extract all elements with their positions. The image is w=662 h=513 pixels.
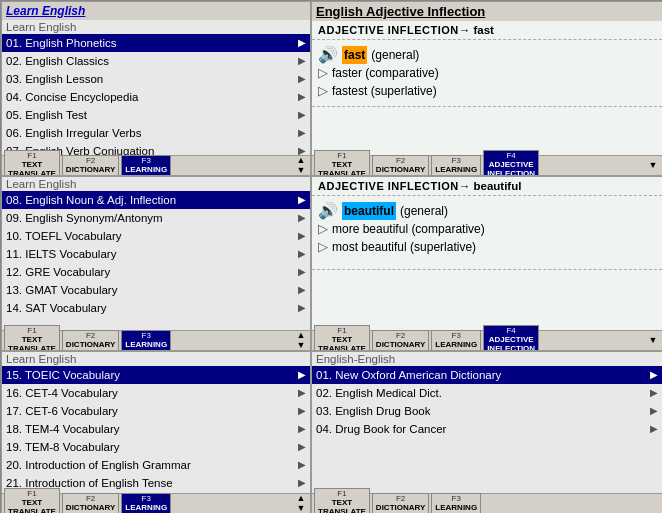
panel-top-left: Learn English Learn English 01. English … — [1, 1, 311, 176]
list-item[interactable]: 16. CET-4 Vocabulary ▶ — [2, 384, 310, 402]
adj-beautiful-spacer — [312, 270, 662, 331]
adj-item-superlative: ▷ fastest (superlative) — [318, 82, 656, 100]
f1-mr-btn[interactable]: F1TEXTTRANSLATE — [314, 325, 370, 351]
f3-mr-btn[interactable]: F3LEARNING — [431, 330, 481, 351]
panel-top-left-title: Learn English — [2, 2, 310, 20]
panel-mid-right: ADJECTIVE INFLECTION→ beautiful 🔊 beauti… — [311, 176, 662, 351]
f1-bl-btn[interactable]: F1TEXTTRANSLATE — [4, 488, 60, 513]
panel-bot-right: English-English 01. New Oxford American … — [311, 351, 662, 513]
panel-mid-left-list: 08. English Noun & Adj. Inflection ▶ 09.… — [2, 191, 310, 330]
panel-top-right: English Adjective Inflection ADJECTIVE I… — [311, 1, 662, 176]
f3-learning-btn[interactable]: F3LEARNING — [121, 155, 171, 176]
adj-beautiful-content: 🔊 beautiful (general) ▷ more beautiful (… — [312, 196, 662, 270]
f1-text-translate-btn[interactable]: F1TEXTTRANSLATE — [4, 150, 60, 176]
panel-mid-left-footer: F1TEXTTRANSLATE F2DICTIONARY F3LEARNING … — [2, 330, 310, 350]
list-item[interactable]: 10. TOEFL Vocabulary ▶ — [2, 227, 310, 245]
adj-beautiful-general: 🔊 beautiful (general) — [318, 202, 656, 220]
f1-br-btn[interactable]: F1TEXTTRANSLATE — [314, 488, 370, 513]
panel-bot-left-subtitle: Learn English — [2, 352, 310, 366]
list-item[interactable]: 05. English Test ▶ — [2, 106, 310, 124]
panel-bot-left: Learn English 15. TOEIC Vocabulary ▶ 16.… — [1, 351, 311, 513]
list-item[interactable]: 09. English Synonym/Antonym ▶ — [2, 209, 310, 227]
list-item[interactable]: 02. English Classics ▶ — [2, 52, 310, 70]
list-item[interactable]: 12. GRE Vocabulary ▶ — [2, 263, 310, 281]
f4-mr-btn[interactable]: F4ADJECTIVEINFLECTION — [483, 325, 539, 351]
list-item[interactable]: 04. Concise Encyclopedia ▶ — [2, 88, 310, 106]
adj-fast-content: 🔊 fast (general) ▷ faster (comparative) … — [312, 40, 662, 107]
panel-bot-right-list: 01. New Oxford American Dictionary ▶ 02.… — [312, 366, 662, 493]
panel-bot-right-subtitle: English-English — [312, 352, 662, 366]
list-item[interactable]: 14. SAT Vocabulary ▶ — [2, 299, 310, 317]
f3-btn-learn[interactable]: F3LEARNING — [431, 155, 481, 176]
f2-btn-dict[interactable]: F2DICTIONARY — [372, 155, 429, 176]
panel-top-right-title: English Adjective Inflection — [312, 2, 662, 21]
panel-top-left-list: 01. English Phonetics ▶ 02. English Clas… — [2, 34, 310, 155]
adj-item-general: 🔊 fast (general) — [318, 46, 656, 64]
f2-bl-btn[interactable]: F2DICTIONARY — [62, 493, 119, 513]
list-item[interactable]: 08. English Noun & Adj. Inflection ▶ — [2, 191, 310, 209]
scroll-arrows-tr: ▼ — [646, 161, 660, 170]
f4-btn-adj[interactable]: F4ADJECTIVEINFLECTION — [483, 150, 539, 176]
scroll-ml: ▲ ▼ — [294, 331, 308, 350]
adj-beautiful-superlative: ▷ most beautiful (superlative) — [318, 238, 656, 256]
scroll-mr: ▼ — [646, 336, 660, 345]
adj-fast-spacer — [312, 107, 662, 155]
list-item[interactable]: 13. GMAT Vocabulary ▶ — [2, 281, 310, 299]
f3-bl-btn[interactable]: F3LEARNING — [121, 493, 171, 513]
list-item[interactable]: 20. Introduction of English Grammar ▶ — [2, 456, 310, 474]
scroll-arrows: ▲ ▼ — [294, 156, 308, 175]
panel-bot-right-footer: F1TEXTTRANSLATE F2DICTIONARY F3LEARNING — [312, 493, 662, 513]
list-item[interactable]: 06. English Irregular Verbs ▶ — [2, 124, 310, 142]
list-item[interactable]: 01. English Phonetics ▶ — [2, 34, 310, 52]
f3-br-btn[interactable]: F3LEARNING — [431, 493, 481, 513]
f2-mr-btn[interactable]: F2DICTIONARY — [372, 330, 429, 351]
list-item[interactable]: 17. CET-6 Vocabulary ▶ — [2, 402, 310, 420]
panel-top-left-subtitle: Learn English — [2, 20, 310, 34]
panel-mid-left: Learn English 08. English Noun & Adj. In… — [1, 176, 311, 351]
f2-dictionary-btn[interactable]: F2DICTIONARY — [62, 155, 119, 176]
f3-ml-btn[interactable]: F3LEARNING — [121, 330, 171, 351]
list-item[interactable]: 15. TOEIC Vocabulary ▶ — [2, 366, 310, 384]
list-item[interactable]: 03. English Lesson ▶ — [2, 70, 310, 88]
panel-mid-right-footer: F1TEXTTRANSLATE F2DICTIONARY F3LEARNING … — [312, 330, 662, 350]
panel-top-right-footer: F1TEXTTRANSLATE F2DICTIONARY F3LEARNING … — [312, 155, 662, 175]
list-item[interactable]: 03. English Drug Book ▶ — [312, 402, 662, 420]
list-item[interactable]: 01. New Oxford American Dictionary ▶ — [312, 366, 662, 384]
list-item[interactable]: 04. Drug Book for Cancer ▶ — [312, 420, 662, 438]
list-item[interactable]: 18. TEM-4 Vocabulary ▶ — [2, 420, 310, 438]
adj-title-beautiful: ADJECTIVE INFLECTION→ beautiful — [312, 177, 662, 196]
list-item[interactable]: 11. IELTS Vocabulary ▶ — [2, 245, 310, 263]
f2-ml-btn[interactable]: F2DICTIONARY — [62, 330, 119, 351]
panel-bot-left-list: 15. TOEIC Vocabulary ▶ 16. CET-4 Vocabul… — [2, 366, 310, 493]
main-container: Learn English Learn English 01. English … — [0, 0, 662, 513]
panel-bot-left-footer: F1TEXTTRANSLATE F2DICTIONARY F3LEARNING … — [2, 493, 310, 513]
panel-mid-left-subtitle: Learn English — [2, 177, 310, 191]
panel-top-left-footer: F1TEXTTRANSLATE F2DICTIONARY F3LEARNING … — [2, 155, 310, 175]
adj-beautiful-comparative: ▷ more beautiful (comparative) — [318, 220, 656, 238]
scroll-bl: ▲ ▼ — [294, 494, 308, 513]
f2-br-btn[interactable]: F2DICTIONARY — [372, 493, 429, 513]
f1-btn-tr[interactable]: F1TEXTTRANSLATE — [314, 150, 370, 176]
list-item[interactable]: 02. English Medical Dict. ▶ — [312, 384, 662, 402]
list-item[interactable]: 19. TEM-8 Vocabulary ▶ — [2, 438, 310, 456]
adj-item-comparative: ▷ faster (comparative) — [318, 64, 656, 82]
f1-ml-btn[interactable]: F1TEXTTRANSLATE — [4, 325, 60, 351]
adj-title-fast: ADJECTIVE INFLECTION→ fast — [312, 21, 662, 40]
